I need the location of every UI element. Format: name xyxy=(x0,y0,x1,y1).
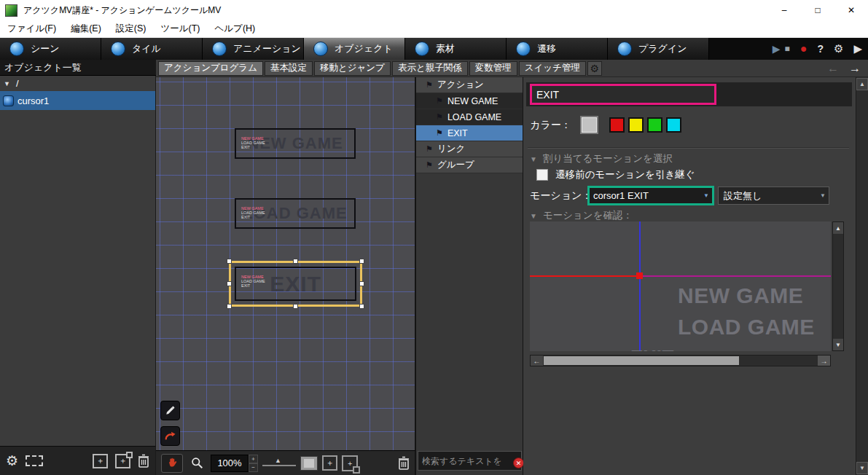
color-swatch-yellow[interactable] xyxy=(628,117,644,133)
help-icon[interactable]: ? xyxy=(817,43,824,55)
scene-canvas[interactable]: NEW GAMELOAD GAMEEXIT NEW GAME NEW GAMEL… xyxy=(156,77,415,450)
play-icon[interactable]: ▶ xyxy=(773,43,781,55)
tab-tile[interactable]: タイル xyxy=(101,38,203,60)
selection-handle[interactable] xyxy=(293,259,298,264)
color-swatch-green[interactable] xyxy=(647,117,662,133)
close-button[interactable]: ✕ xyxy=(834,0,868,20)
search-input[interactable] xyxy=(418,451,522,471)
hand-tool-button[interactable] xyxy=(161,454,183,473)
tab-switch-management[interactable]: スイッチ管理 xyxy=(519,61,586,76)
scroll-up-icon[interactable]: ▲ xyxy=(833,222,843,234)
motion-dropdown[interactable]: corsor1 EXIT ▼ xyxy=(587,186,714,205)
tab-material[interactable]: 素材 xyxy=(405,38,507,60)
tab-display-parent[interactable]: 表示と親子関係 xyxy=(392,61,468,76)
tab-move-jump[interactable]: 移動とジャンプ xyxy=(314,61,391,76)
action-item-exit[interactable]: ⚑ EXIT xyxy=(416,125,523,141)
canvas-object-new-game[interactable]: NEW GAMELOAD GAMEEXIT NEW GAME xyxy=(235,128,356,159)
tab-basic-settings[interactable]: 基本設定 xyxy=(265,61,313,76)
stop-icon[interactable]: ■ xyxy=(785,44,790,54)
section-collapse-icon[interactable]: ▼ xyxy=(530,155,537,163)
tab-nav-forward-icon[interactable]: → xyxy=(849,62,861,75)
group-group-header[interactable]: ⚑ グループ xyxy=(416,157,523,173)
add-item-button[interactable]: ＋ xyxy=(322,455,337,471)
selection-handle[interactable] xyxy=(227,304,232,309)
action-item-new-game[interactable]: ⚑ NEW GAME xyxy=(416,93,523,109)
tree-item-cursor1[interactable]: cursor1 xyxy=(0,91,155,110)
search-clear-icon[interactable]: ✕ xyxy=(513,458,524,468)
scrollbar-thumb[interactable] xyxy=(544,356,739,365)
link-group-label: リンク xyxy=(437,143,465,155)
selection-handle[interactable] xyxy=(227,259,232,264)
tree-root-row[interactable]: ▼ / xyxy=(0,76,155,91)
section-collapse-icon[interactable]: ▼ xyxy=(530,212,537,220)
tab-variable-management[interactable]: 変数管理 xyxy=(469,61,517,76)
scroll-down-icon[interactable]: ▼ xyxy=(833,339,843,350)
selection-handle[interactable] xyxy=(359,259,364,264)
pen-tool-button[interactable] xyxy=(160,401,180,420)
scroll-up-icon[interactable]: ▲ xyxy=(856,78,868,90)
tree-collapse-icon[interactable]: ▼ xyxy=(4,80,10,87)
editor-tab-bar: アクションプログラム 基本設定 移動とジャンプ 表示と親子関係 変数管理 スイッ… xyxy=(156,60,868,77)
slider-thumb-icon[interactable]: ▲ xyxy=(275,457,281,464)
zoom-slider[interactable]: ▲ xyxy=(262,456,296,471)
motion-preview-section-header[interactable]: ▼ モーションを確認： xyxy=(530,209,633,222)
zoom-value[interactable]: 100% xyxy=(211,455,249,472)
duplicate-object-button[interactable]: ＋ xyxy=(115,454,130,468)
tab-scene[interactable]: シーン xyxy=(0,38,101,60)
assign-motion-section-header[interactable]: ▼ 割り当てるモーションを選択 xyxy=(530,152,673,165)
carryover-checkbox[interactable] xyxy=(536,169,548,181)
tab-transition[interactable]: 遷移 xyxy=(507,38,608,60)
preview-horizontal-scrollbar[interactable]: ← → xyxy=(530,355,831,366)
action-item-load-game[interactable]: ⚑ LOAD GAME xyxy=(416,109,523,125)
selection-handle[interactable] xyxy=(359,281,364,286)
redo-arrow-button[interactable] xyxy=(160,426,180,446)
marquee-select-icon[interactable] xyxy=(26,455,43,466)
color-swatch-red[interactable] xyxy=(609,117,625,133)
delete-object-trash-icon[interactable] xyxy=(138,454,149,468)
motion-preview-viewport[interactable]: NEW GAME LOAD GAME EXIT xyxy=(530,221,831,351)
action-name-field[interactable]: EXIT xyxy=(530,84,716,105)
tab-nav-back-icon[interactable]: ← xyxy=(827,62,839,75)
flag-icon: ⚑ xyxy=(436,128,443,138)
action-group-header[interactable]: ⚑ アクション xyxy=(416,77,523,93)
record-icon[interactable]: ● xyxy=(800,42,808,55)
delete-button[interactable] xyxy=(398,456,410,470)
minimize-button[interactable]: – xyxy=(767,0,801,20)
selection-handle[interactable] xyxy=(227,281,232,286)
run-icon[interactable]: ▶ xyxy=(853,42,862,55)
zoom-decrease-button[interactable]: − xyxy=(249,463,258,472)
tab-animation[interactable]: アニメーション xyxy=(203,38,304,60)
tab-object[interactable]: オブジェクト xyxy=(304,38,405,60)
object-settings-gear-icon[interactable]: ⚙ xyxy=(6,452,18,469)
tab-action-program[interactable]: アクションプログラム xyxy=(158,61,263,76)
motion-setting-dropdown[interactable]: 設定無し ▼ xyxy=(718,187,829,205)
menu-help[interactable]: ヘルプ(H) xyxy=(208,23,263,35)
selection-box-exit[interactable]: NEW GAMELOAD GAMEEXIT EXIT xyxy=(229,261,362,307)
zoom-increase-button[interactable]: ＋ xyxy=(249,455,258,463)
tab-plugin[interactable]: プラグイン xyxy=(608,38,709,60)
selection-handle[interactable] xyxy=(293,304,298,309)
menu-tools[interactable]: ツール(T) xyxy=(153,23,207,35)
grid-snap-button[interactable]: ＋ xyxy=(342,455,358,471)
preview-vertical-scrollbar[interactable]: ▲ ▼ xyxy=(832,221,844,351)
menu-file[interactable]: ファイル(F) xyxy=(0,23,63,35)
color-swatch-gray[interactable] xyxy=(580,116,598,134)
scroll-down-icon[interactable]: ▼ xyxy=(856,462,868,474)
menu-settings[interactable]: 設定(S) xyxy=(109,23,154,35)
color-swatch-cyan[interactable] xyxy=(666,117,681,133)
add-object-button[interactable]: ＋ xyxy=(93,454,108,468)
editor-tabs-gear-icon[interactable]: ⚙ xyxy=(587,61,602,76)
canvas-object-exit[interactable]: NEW GAMELOAD GAMEEXIT EXIT xyxy=(235,267,356,301)
zoom-tool-button[interactable] xyxy=(187,454,206,473)
menu-edit[interactable]: 編集(E) xyxy=(63,23,109,35)
link-group-header[interactable]: ⚑ リンク xyxy=(416,141,523,157)
scroll-right-icon[interactable]: → xyxy=(818,356,830,366)
settings-gear-icon[interactable]: ⚙ xyxy=(834,42,843,55)
panel-vertical-scrollbar[interactable]: ▲ ▼ xyxy=(856,77,868,475)
selection-handle[interactable] xyxy=(359,304,364,309)
maximize-button[interactable]: □ xyxy=(801,0,834,20)
canvas-object-load-game[interactable]: NEW GAMELOAD GAMEEXIT LOAD GAME xyxy=(235,198,356,229)
layer-display-icon[interactable] xyxy=(300,456,318,471)
scroll-left-icon[interactable]: ← xyxy=(531,356,543,366)
top-right-toolbar: ▶ ■ ● ? ⚙ ▶ xyxy=(773,38,862,60)
